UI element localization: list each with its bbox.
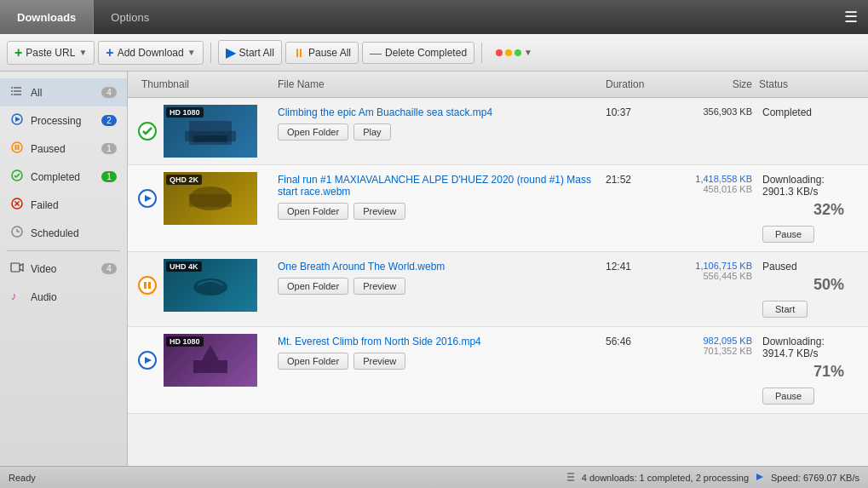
svg-rect-35 bbox=[193, 360, 227, 373]
file-name-4: Mt. Everest Climb from North Side 2016.m… bbox=[278, 336, 599, 347]
processing-icon bbox=[10, 112, 24, 129]
progress-pct-2: 32% bbox=[762, 201, 851, 219]
size-4: 982,095 KB 701,352 KB bbox=[670, 334, 756, 358]
size-main-2: 1,418,558 KB bbox=[674, 174, 752, 184]
file-info-4: Mt. Everest Climb from North Side 2016.m… bbox=[274, 334, 602, 371]
svg-rect-9 bbox=[15, 145, 17, 150]
add-icon: + bbox=[106, 45, 113, 60]
file-actions-2: Open Folder Preview bbox=[278, 203, 599, 220]
dot-orange bbox=[505, 49, 512, 56]
audio-icon: ♪ bbox=[10, 289, 24, 305]
menu-button[interactable]: ☰ bbox=[834, 0, 868, 34]
sidebar: All 4 Processing 2 Paused 1 Completed 1 bbox=[0, 72, 128, 466]
thumb-badge-3: UHD 4K bbox=[166, 261, 202, 272]
size-sub-3: 556,445 KB bbox=[674, 271, 752, 281]
sidebar-paused-label: Paused bbox=[31, 143, 95, 155]
speed-icon bbox=[754, 471, 766, 485]
dot-green bbox=[514, 49, 521, 56]
tab-downloads[interactable]: Downloads bbox=[0, 0, 94, 34]
completed-icon bbox=[10, 169, 24, 185]
status-icon-2 bbox=[138, 189, 157, 208]
progress-pct-4: 71% bbox=[762, 363, 851, 381]
dots-dropdown-icon: ▼ bbox=[524, 48, 532, 57]
more-options-button[interactable]: ▼ bbox=[489, 44, 539, 60]
file-name-2: Final run #1 MAXIAVALANCHE ALPE D'HUEZ 2… bbox=[278, 174, 599, 198]
thumbnail-cell-1: HD 1080 bbox=[138, 105, 274, 158]
preview-btn-3[interactable]: Preview bbox=[354, 278, 405, 295]
size-1: 356,903 KB bbox=[670, 105, 756, 118]
list-icon-status bbox=[565, 471, 577, 485]
paste-url-button[interactable]: + Paste URL ▼ bbox=[7, 41, 95, 65]
svg-point-3 bbox=[11, 87, 13, 89]
sidebar-item-all[interactable]: All 4 bbox=[0, 78, 127, 106]
video-icon bbox=[10, 261, 24, 277]
failed-icon bbox=[10, 197, 24, 213]
preview-btn-2[interactable]: Preview bbox=[354, 203, 405, 220]
file-info-2: Final run #1 MAXIAVALANCHE ALPE D'HUEZ 2… bbox=[274, 172, 602, 221]
status-ready: Ready bbox=[9, 473, 565, 483]
size-2: 1,418,558 KB 458,016 KB bbox=[670, 172, 756, 196]
pause-btn-2[interactable]: Pause bbox=[762, 226, 814, 243]
sidebar-item-completed[interactable]: Completed 1 bbox=[0, 163, 127, 191]
status-text-2: Downloading: 2901.3 KB/s bbox=[762, 174, 851, 198]
sidebar-item-paused[interactable]: Paused 1 bbox=[0, 135, 127, 163]
thumb-badge-4: HD 1080 bbox=[166, 336, 204, 347]
list-icon bbox=[10, 84, 24, 100]
status-1: Completed bbox=[756, 105, 858, 120]
sidebar-item-scheduled[interactable]: Scheduled bbox=[0, 219, 127, 247]
speed-info: Speed: 6769.07 KB/s bbox=[771, 473, 859, 483]
pause-all-button[interactable]: ⏸ Pause All bbox=[285, 42, 359, 64]
pause-all-label: Pause All bbox=[308, 47, 351, 59]
download-row-4: HD 1080 Mt. Everest Climb from North Sid… bbox=[138, 334, 858, 406]
svg-point-8 bbox=[12, 142, 22, 152]
file-actions-4: Open Folder Preview bbox=[278, 353, 599, 370]
start-all-button[interactable]: ▶ Start All bbox=[218, 40, 282, 65]
toolbar: + Paste URL ▼ + Add Download ▼ ▶ Start A… bbox=[0, 34, 868, 72]
paste-url-dropdown-icon: ▼ bbox=[78, 48, 87, 57]
open-folder-btn-2[interactable]: Open Folder bbox=[278, 203, 348, 220]
open-folder-btn-4[interactable]: Open Folder bbox=[278, 353, 348, 370]
dot-red bbox=[496, 49, 503, 56]
size-main-4: 982,095 KB bbox=[674, 336, 752, 346]
sidebar-item-processing[interactable]: Processing 2 bbox=[0, 106, 127, 135]
title-bar: Downloads Options ☰ bbox=[0, 0, 868, 34]
content-area: Thumbnail File Name Duration Size Status… bbox=[128, 72, 868, 466]
sidebar-item-failed[interactable]: Failed bbox=[0, 191, 127, 219]
thumb-badge-1: HD 1080 bbox=[166, 107, 204, 118]
file-actions-3: Open Folder Preview bbox=[278, 278, 599, 295]
svg-point-5 bbox=[11, 94, 13, 95]
svg-rect-27 bbox=[189, 194, 232, 207]
thumbnail-4: HD 1080 bbox=[164, 334, 257, 387]
sidebar-completed-badge: 1 bbox=[101, 171, 117, 182]
thumbnail-2: QHD 2K bbox=[164, 172, 257, 225]
tab-options[interactable]: Options bbox=[94, 0, 166, 34]
status-icon-3 bbox=[138, 276, 157, 295]
preview-btn-4[interactable]: Preview bbox=[354, 353, 405, 370]
sep2 bbox=[481, 43, 482, 63]
status-text-4: Downloading: 3914.7 KB/s bbox=[762, 336, 851, 359]
delete-completed-button[interactable]: — Delete Completed bbox=[362, 42, 474, 64]
sidebar-failed-label: Failed bbox=[31, 199, 117, 211]
file-actions-1: Open Folder Play bbox=[278, 123, 599, 141]
duration-3: 12:41 bbox=[602, 259, 670, 274]
file-name-1: Climbing the epic Am Buachaille sea stac… bbox=[278, 106, 599, 118]
status-text-1: Completed bbox=[762, 106, 812, 118]
th-thumbnail: Thumbnail bbox=[138, 77, 274, 92]
play-btn-1[interactable]: Play bbox=[354, 123, 390, 141]
open-folder-btn-1[interactable]: Open Folder bbox=[278, 123, 348, 141]
sep1 bbox=[210, 43, 211, 63]
table-header: Thumbnail File Name Duration Size Status bbox=[128, 72, 868, 98]
sidebar-scheduled-label: Scheduled bbox=[31, 227, 117, 239]
th-filename: File Name bbox=[274, 77, 602, 92]
status-2: Downloading: 2901.3 KB/s 32% Pause bbox=[756, 172, 858, 244]
main-container: All 4 Processing 2 Paused 1 Completed 1 bbox=[0, 72, 868, 466]
sidebar-item-video[interactable]: Video 4 bbox=[0, 255, 127, 283]
start-btn-3[interactable]: Start bbox=[762, 301, 808, 318]
sidebar-item-audio[interactable]: ♪ Audio bbox=[0, 283, 127, 311]
add-download-button[interactable]: + Add Download ▼ bbox=[98, 41, 203, 65]
open-folder-btn-3[interactable]: Open Folder bbox=[278, 278, 348, 295]
downloads-info: 4 downloads: 1 completed, 2 processing bbox=[582, 473, 749, 483]
progress-pct-3: 50% bbox=[762, 276, 851, 294]
pause-btn-4[interactable]: Pause bbox=[762, 388, 814, 405]
duration-1: 10:37 bbox=[602, 105, 670, 120]
